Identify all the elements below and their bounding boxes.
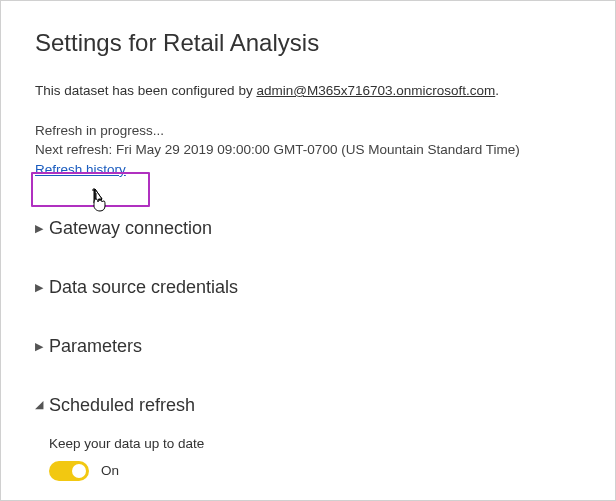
section-title-parameters: Parameters	[49, 336, 142, 357]
section-gateway-connection[interactable]: ▶ Gateway connection	[35, 210, 581, 253]
title-prefix: Settings for	[35, 29, 163, 56]
refresh-history-link[interactable]: Refresh history	[35, 161, 126, 180]
refresh-progress-text: Refresh in progress...	[35, 122, 581, 141]
title-dataset-name: Retail Analysis	[163, 29, 319, 56]
toggle-state-text: On	[101, 463, 119, 478]
caret-down-icon: ◢	[35, 399, 45, 410]
page-title: Settings for Retail Analysis	[35, 29, 581, 57]
settings-sections: ▶ Gateway connection ▶ Data source crede…	[35, 210, 581, 481]
configured-suffix: .	[495, 83, 499, 98]
keep-data-label: Keep your data up to date	[49, 436, 581, 451]
toggle-knob-icon	[72, 464, 86, 478]
caret-right-icon: ▶	[35, 282, 45, 293]
configured-prefix: This dataset has been configured by	[35, 83, 256, 98]
section-title-credentials: Data source credentials	[49, 277, 238, 298]
keep-data-toggle[interactable]	[49, 461, 89, 481]
section-parameters[interactable]: ▶ Parameters	[35, 328, 581, 371]
caret-right-icon: ▶	[35, 341, 45, 352]
section-data-source-credentials[interactable]: ▶ Data source credentials	[35, 269, 581, 312]
scheduled-refresh-content: Keep your data up to date On	[35, 436, 581, 481]
caret-right-icon: ▶	[35, 223, 45, 234]
admin-email-link[interactable]: admin@M365x716703.onmicrosoft.com	[256, 83, 495, 98]
section-scheduled-refresh[interactable]: ◢ Scheduled refresh	[35, 387, 581, 430]
toggle-row: On	[49, 461, 581, 481]
section-title-scheduled: Scheduled refresh	[49, 395, 195, 416]
refresh-status-block: Refresh in progress... Next refresh: Fri…	[35, 122, 581, 180]
next-refresh-text: Next refresh: Fri May 29 2019 09:00:00 G…	[35, 141, 581, 160]
configured-by-line: This dataset has been configured by admi…	[35, 83, 581, 98]
section-title-gateway: Gateway connection	[49, 218, 212, 239]
